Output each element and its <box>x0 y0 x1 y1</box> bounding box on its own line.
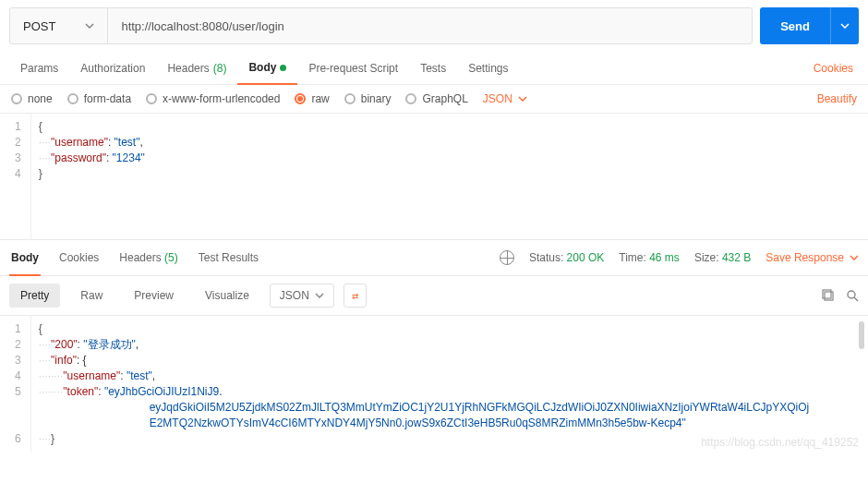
response-actions <box>822 289 859 302</box>
line-wrap-button[interactable]: ⇄ <box>344 284 367 308</box>
time-value: 46 ms <box>649 251 680 264</box>
tab-body[interactable]: Body <box>237 52 297 85</box>
svg-point-2 <box>848 291 855 298</box>
response-tabs: Body Cookies Headers (5) Test Results <box>9 246 260 270</box>
request-body-editor[interactable]: 1234 { ····"username": "test", ····"pass… <box>0 114 868 239</box>
copy-icon[interactable] <box>822 289 835 302</box>
code-area[interactable]: { ····"username": "test", ····"password"… <box>31 114 868 239</box>
body-type-form-data[interactable]: form-data <box>67 92 131 105</box>
resp-tab-cookies[interactable]: Cookies <box>57 246 101 270</box>
url-input[interactable] <box>108 8 752 43</box>
resp-tab-test-results[interactable]: Test Results <box>197 246 260 270</box>
body-type-urlencoded[interactable]: x-www-form-urlencoded <box>146 92 280 105</box>
view-preview[interactable]: Preview <box>123 284 185 308</box>
radio-icon <box>146 93 157 104</box>
view-raw[interactable]: Raw <box>69 284 114 308</box>
response-header: Body Cookies Headers (5) Test Results St… <box>0 239 868 276</box>
radio-icon <box>67 93 78 104</box>
http-method-value: POST <box>23 19 55 33</box>
response-code-area[interactable]: { ····"200": "登录成功", ····"info": { ·····… <box>31 316 868 453</box>
radio-icon <box>11 93 22 104</box>
svg-rect-0 <box>825 292 833 300</box>
tab-pre-request[interactable]: Pre-request Script <box>297 53 409 84</box>
svg-line-3 <box>854 297 858 301</box>
tab-headers-label: Headers <box>167 62 209 75</box>
view-visualize[interactable]: Visualize <box>194 284 260 308</box>
status-value: 200 OK <box>567 251 605 264</box>
line-gutter: 1234 <box>0 114 31 239</box>
radio-icon <box>405 93 416 104</box>
body-type-graphql[interactable]: GraphQL <box>405 92 467 105</box>
body-indicator-dot <box>280 65 286 71</box>
tab-body-label: Body <box>248 61 276 74</box>
response-view-controls: Pretty Raw Preview Visualize JSON ⇄ <box>0 276 868 316</box>
view-pretty[interactable]: Pretty <box>9 284 60 308</box>
tab-settings[interactable]: Settings <box>457 53 519 84</box>
headers-count: (8) <box>213 62 227 75</box>
resp-tab-body[interactable]: Body <box>9 246 41 276</box>
body-type-binary[interactable]: binary <box>344 92 392 105</box>
search-icon[interactable] <box>846 289 859 302</box>
raw-format-select[interactable]: JSON <box>483 92 527 105</box>
chevron-down-icon <box>315 293 324 298</box>
beautify-link[interactable]: Beautify <box>817 92 857 105</box>
tab-params[interactable]: Params <box>9 53 69 84</box>
body-type-options: none form-data x-www-form-urlencoded raw… <box>0 85 868 114</box>
radio-icon <box>344 93 356 104</box>
watermark: https://blog.csdn.net/qq_419252 <box>701 436 859 449</box>
method-url-group: POST <box>9 7 753 44</box>
send-button-group: Send <box>760 7 859 44</box>
resp-tab-headers[interactable]: Headers (5) <box>117 246 179 270</box>
save-response-button[interactable]: Save Response <box>766 251 859 264</box>
send-options-button[interactable] <box>830 7 859 44</box>
raw-format-value: JSON <box>483 92 512 105</box>
response-line-gutter: 12345 6 <box>0 316 31 453</box>
chevron-down-icon <box>518 96 527 102</box>
response-format-select[interactable]: JSON <box>270 284 334 308</box>
svg-rect-1 <box>823 290 831 298</box>
http-method-select[interactable]: POST <box>10 8 108 43</box>
request-tabs: Params Authorization Headers (8) Body Pr… <box>0 52 868 85</box>
size-value: 432 B <box>722 251 751 264</box>
response-body-editor[interactable]: 12345 6 { ····"200": "登录成功", ····"info":… <box>0 316 868 453</box>
body-type-raw[interactable]: raw <box>295 92 329 105</box>
tab-tests[interactable]: Tests <box>409 53 457 84</box>
body-type-none[interactable]: none <box>11 92 53 105</box>
request-bar: POST Send <box>0 0 868 52</box>
send-button[interactable]: Send <box>760 7 830 44</box>
chevron-down-icon <box>85 23 94 29</box>
globe-icon[interactable] <box>500 250 514 265</box>
chevron-down-icon <box>850 255 859 260</box>
response-meta: Status: 200 OK Time: 46 ms Size: 432 B S… <box>500 250 859 265</box>
scrollbar-thumb[interactable] <box>859 321 864 349</box>
cookies-link[interactable]: Cookies <box>808 53 859 84</box>
tab-authorization[interactable]: Authorization <box>69 53 156 84</box>
tab-headers[interactable]: Headers (8) <box>156 53 237 84</box>
radio-icon <box>295 93 306 104</box>
